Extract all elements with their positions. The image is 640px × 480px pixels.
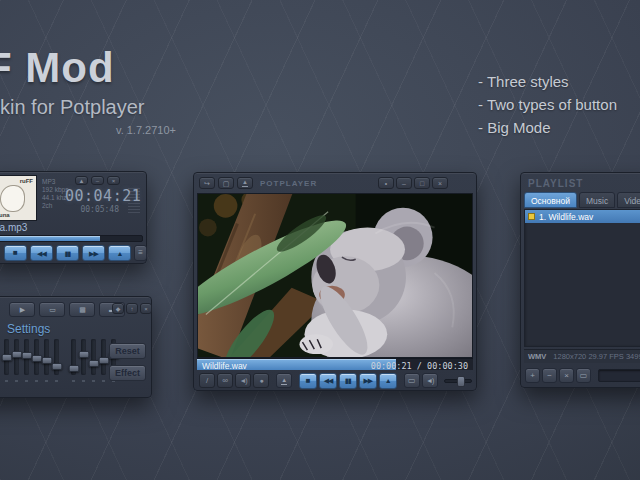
close-button[interactable]: × — [140, 303, 152, 314]
eq-slider-thumb[interactable] — [68, 365, 79, 372]
eq-slider[interactable] — [91, 339, 96, 375]
album-art: ruFF tuna — [0, 175, 37, 221]
eq-slider[interactable] — [101, 339, 106, 375]
up-button[interactable]: ↑ — [126, 303, 138, 314]
time-total: 00:05:48 — [80, 205, 119, 214]
close-button[interactable]: × — [432, 177, 448, 189]
mute-button[interactable]: ◄) — [235, 373, 251, 388]
playlist-toggle-button[interactable]: ▭ — [404, 373, 420, 388]
seek-bar[interactable]: Wildlife.wav 00:00:21 / 00:00:30 — [197, 358, 473, 370]
settings-window[interactable]: ▶ ▭ ▩ ▬ ◆ ↑ × Settings Reset Effect — [0, 296, 152, 398]
playlist-info-bar: WMV 1280x720 29.97 FPS 3499 kbps — [524, 349, 640, 363]
pin-button[interactable]: • — [378, 177, 394, 189]
eq-sliders — [4, 339, 121, 375]
album-art-text-top: ruFF — [20, 178, 33, 184]
minimize-button[interactable]: – — [396, 177, 412, 189]
skin-title: F Mod — [0, 44, 115, 92]
track-title: ba.mp3 — [0, 222, 27, 233]
feature-item: - Big Mode — [478, 116, 617, 139]
clear-button[interactable]: × — [559, 368, 574, 383]
title-bar[interactable]: ↪ ▢ ▲ POTPLAYER • – □ × — [194, 173, 476, 193]
codec-label: MP3 — [42, 178, 68, 186]
time-display: 00:00:21 / 00:00:30 — [371, 361, 468, 370]
seek-bar[interactable] — [0, 235, 143, 242]
add-button[interactable]: + — [525, 368, 540, 383]
repeat-button[interactable]: ∞ — [217, 373, 233, 388]
album-art-text-bottom: tuna — [0, 212, 10, 218]
eq-slider-thumb[interactable] — [78, 351, 89, 358]
media-codec: WMV — [528, 352, 546, 361]
feature-item: - Two types of button — [478, 93, 617, 116]
playlist-tabs: ОсновнойMusicVideo+ — [524, 192, 640, 208]
feature-item: - Three styles — [478, 70, 617, 93]
minimize-button[interactable]: – — [91, 176, 104, 185]
mini-player-window[interactable]: ruFF tuna MP3 192 kbps 44.1 khz 2ch ▲ – … — [0, 171, 147, 264]
desktop: F Mod kin for Potplayer v. 1.7.2710+ - T… — [0, 0, 640, 480]
record-button[interactable]: ● — [253, 373, 269, 388]
playlist-tab[interactable]: Основной — [524, 192, 577, 208]
volume-icon-button[interactable]: ◄) — [422, 373, 438, 388]
video-button[interactable]: ▩ — [69, 302, 95, 317]
close-button[interactable]: × — [107, 176, 120, 185]
eq-slider[interactable] — [81, 339, 86, 375]
fullscreen-button[interactable]: ▢ — [218, 177, 234, 189]
next-button[interactable]: ▶▶ — [82, 245, 105, 261]
seek-fill — [0, 236, 100, 241]
playlist-toolbar: + − × ▭ — [525, 368, 640, 383]
subtitle-button[interactable]: / — [199, 373, 215, 388]
eject-button[interactable]: ▲ — [75, 176, 88, 185]
eq-slider[interactable] — [71, 339, 76, 375]
control-bar: / ∞ ◄) ● ▲ ■ ◀◀ ▮▮ ▶▶ ▲ ▭ ◄) — [199, 372, 472, 389]
stop-button[interactable]: ■ — [4, 245, 27, 261]
settings-label: Settings — [7, 322, 50, 336]
seek-fill: Wildlife.wav — [197, 359, 396, 370]
video-area[interactable] — [197, 193, 473, 358]
feature-list: - Three styles - Two types of button - B… — [478, 70, 617, 139]
effect-button[interactable]: Effect — [109, 365, 146, 381]
playlist-items[interactable]: 1. Wildlife.wav — [524, 209, 640, 347]
eject-button[interactable]: ▲ — [108, 245, 131, 261]
time-elapsed: 00:04:21 — [65, 187, 141, 205]
reset-button[interactable]: Reset — [109, 343, 146, 359]
main-player-window[interactable]: ↪ ▢ ▲ POTPLAYER • – □ × — [193, 172, 477, 391]
playlist-window[interactable]: PLAYLIST ОсновнойMusicVideo+ 1. Wildlife… — [520, 172, 640, 388]
playlist-item[interactable]: 1. Wildlife.wav — [525, 210, 640, 223]
eq-slider[interactable] — [24, 339, 29, 375]
playlist-tab[interactable]: Video — [617, 192, 640, 208]
pin-button[interactable]: ◆ — [112, 303, 124, 314]
playlist-toggle-button[interactable]: ≡ — [134, 245, 147, 261]
stop-button[interactable]: ▭ — [39, 302, 65, 317]
eject-button[interactable]: ▲ — [276, 373, 292, 388]
previous-button[interactable]: ◀◀ — [30, 245, 53, 261]
eq-slider-thumb[interactable] — [51, 363, 62, 370]
mode-button[interactable]: ▭ — [576, 368, 591, 383]
remove-button[interactable]: − — [542, 368, 557, 383]
media-details: 1280x720 29.97 FPS 3499 kbps — [553, 352, 640, 361]
eq-slider-thumb[interactable] — [41, 357, 52, 364]
stop-button[interactable]: ■ — [299, 373, 317, 389]
pause-button[interactable]: ▮▮ — [339, 373, 357, 389]
volume-thumb[interactable] — [457, 376, 465, 387]
maximize-button[interactable]: □ — [414, 177, 430, 189]
eq-slider[interactable] — [54, 339, 59, 375]
eject-button[interactable]: ▲ — [237, 177, 253, 189]
eq-slider[interactable] — [14, 339, 19, 375]
search-input[interactable] — [598, 369, 640, 382]
eq-slider[interactable] — [34, 339, 39, 375]
play-button[interactable]: ▶ — [9, 302, 35, 317]
video-frame-koala — [198, 194, 472, 357]
previous-button[interactable]: ◀◀ — [319, 373, 337, 389]
open-file-button[interactable]: ↪ — [199, 177, 215, 189]
eject-media-button[interactable]: ▲ — [379, 373, 397, 389]
file-icon — [528, 213, 535, 220]
playlist-tab[interactable]: Music — [579, 192, 615, 208]
playing-filename: Wildlife.wav — [202, 361, 247, 370]
volume-slider[interactable] — [444, 379, 472, 383]
eq-slider[interactable] — [4, 339, 9, 375]
pause-button[interactable]: ▮▮ — [56, 245, 79, 261]
skin-subtitle: kin for Potplayer — [0, 96, 145, 119]
next-button[interactable]: ▶▶ — [359, 373, 377, 389]
window-title: POTPLAYER — [260, 179, 317, 188]
eject-icon: ▲ — [242, 179, 248, 187]
eq-slider[interactable] — [44, 339, 49, 375]
